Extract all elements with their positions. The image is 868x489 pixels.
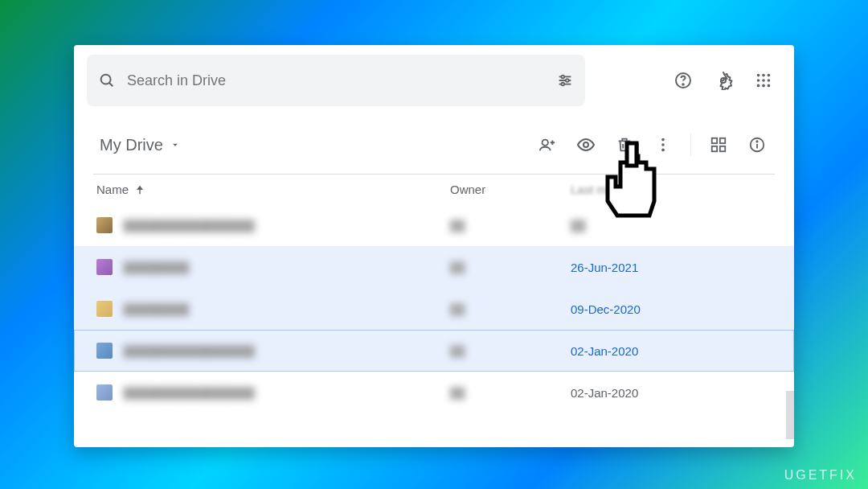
svg-point-26: [661, 138, 665, 142]
svg-rect-30: [720, 138, 725, 143]
delete-button[interactable]: [607, 127, 642, 162]
svg-point-17: [757, 84, 760, 88]
drive-window: My Drive: [74, 45, 794, 447]
svg-point-6: [566, 79, 569, 82]
column-name-label: Name: [96, 183, 129, 196]
file-owner: ██: [450, 345, 571, 357]
watermark: UGETFIX: [784, 468, 857, 483]
svg-point-35: [756, 141, 757, 142]
svg-point-18: [762, 84, 765, 88]
top-icons: [665, 63, 781, 98]
more-options-button[interactable]: [645, 127, 681, 162]
breadcrumb[interactable]: My Drive: [93, 133, 187, 158]
toolbar: My Drive: [74, 116, 794, 174]
file-icon: [96, 259, 113, 275]
file-icon: [96, 384, 113, 401]
file-row[interactable]: ████████ ██ 26-Jun-2021: [74, 246, 794, 288]
file-modified: 09-Dec-2020: [571, 302, 715, 316]
search-bar[interactable]: [87, 55, 585, 106]
apps-button[interactable]: [746, 63, 781, 98]
column-modified-header[interactable]: Last modified: [571, 183, 715, 196]
share-button[interactable]: [530, 127, 565, 162]
file-owner: ██: [450, 261, 571, 273]
svg-point-5: [561, 76, 564, 79]
list-header: Name Owner Last modified: [74, 175, 794, 204]
svg-point-15: [762, 79, 765, 82]
file-name: ████████: [124, 261, 190, 273]
file-row[interactable]: ████████████████ ██ 02-Jan-2020: [74, 330, 794, 372]
separator: [690, 134, 691, 156]
svg-point-7: [561, 83, 564, 86]
column-name-header[interactable]: Name: [96, 183, 450, 196]
svg-point-27: [661, 143, 665, 146]
file-row[interactable]: ████████████████ ██ 02-Jan-2020: [74, 372, 794, 413]
file-modified: 02-Jan-2020: [571, 386, 715, 400]
action-icons: [530, 127, 775, 162]
svg-point-23: [583, 142, 588, 147]
svg-point-9: [682, 84, 684, 85]
file-owner: ██: [450, 387, 571, 399]
svg-point-19: [768, 84, 771, 88]
svg-rect-29: [712, 138, 717, 143]
sort-ascending-icon: [133, 183, 146, 196]
file-name: ████████: [124, 303, 190, 315]
top-bar: [74, 45, 794, 116]
file-row[interactable]: ████████ ██ 09-Dec-2020: [74, 288, 794, 330]
file-modified: 26-Jun-2021: [571, 261, 715, 274]
svg-rect-31: [712, 146, 717, 151]
search-options-icon[interactable]: [556, 63, 574, 98]
svg-point-13: [768, 74, 771, 77]
file-icon: [96, 343, 113, 359]
column-modified-label: Last modified: [571, 183, 642, 196]
dropdown-icon: [170, 139, 181, 150]
file-icon: [96, 301, 113, 317]
scrollbar[interactable]: [786, 391, 794, 439]
help-button[interactable]: [665, 63, 701, 98]
search-icon: [98, 72, 116, 89]
search-input[interactable]: [127, 72, 556, 89]
svg-point-14: [757, 79, 760, 82]
svg-point-0: [101, 75, 111, 84]
file-name: ████████████████: [124, 345, 255, 357]
file-owner: ██: [450, 303, 571, 315]
column-owner-header[interactable]: Owner: [450, 183, 571, 196]
svg-line-1: [109, 83, 113, 86]
column-owner-label: Owner: [450, 183, 485, 196]
svg-point-16: [768, 79, 771, 82]
file-row[interactable]: ████████████████ ██ ██: [74, 204, 794, 246]
file-name: ████████████████: [124, 220, 255, 232]
svg-rect-36: [139, 188, 140, 194]
svg-point-12: [762, 74, 765, 77]
file-owner: ██: [450, 220, 571, 232]
file-modified: 02-Jan-2020: [571, 344, 715, 358]
details-button[interactable]: [739, 127, 775, 162]
svg-point-28: [661, 149, 665, 152]
svg-rect-32: [720, 146, 725, 151]
settings-button[interactable]: [706, 63, 741, 98]
preview-button[interactable]: [568, 127, 604, 162]
file-icon: [96, 217, 113, 233]
file-modified: ██: [571, 220, 715, 232]
svg-point-11: [757, 74, 760, 77]
svg-point-20: [542, 140, 548, 146]
file-list: ████████████████ ██ ██ ████████ ██ 26-Ju…: [74, 204, 794, 413]
grid-view-button[interactable]: [701, 127, 736, 162]
file-name: ████████████████: [124, 387, 255, 399]
breadcrumb-label: My Drive: [100, 136, 163, 154]
